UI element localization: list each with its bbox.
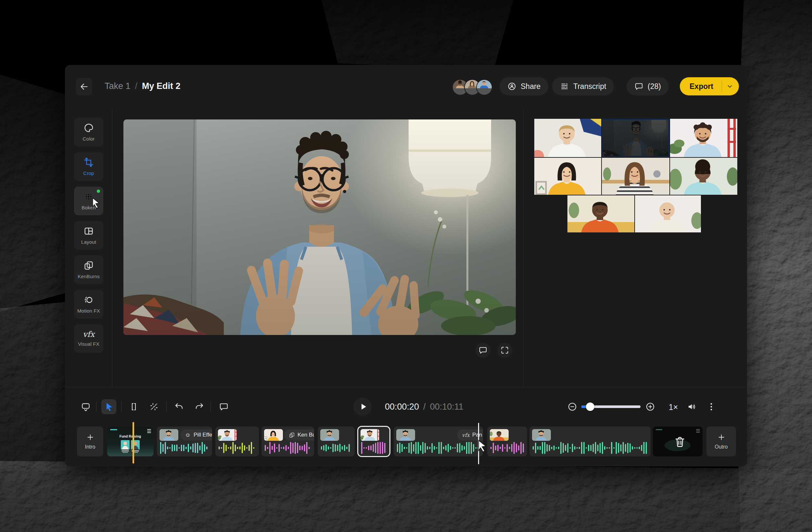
plus-icon	[717, 433, 726, 441]
timeline-clip-10[interactable]	[530, 427, 651, 456]
share-button[interactable]: Share	[499, 77, 548, 95]
comment-icon	[219, 402, 229, 412]
export-dropdown[interactable]	[722, 77, 739, 95]
redo-button[interactable]	[192, 399, 207, 414]
timeline-comment[interactable]	[216, 399, 231, 414]
timeline-clip-7[interactable]	[358, 427, 390, 456]
sidebar-tool-kenburns[interactable]: KenBurns	[74, 255, 103, 284]
detach-tool[interactable]	[146, 399, 161, 414]
sidebar-tool-crop[interactable]: Crop	[74, 152, 103, 181]
sidebar-tool-color[interactable]: Color	[74, 118, 103, 146]
play-button[interactable]	[353, 398, 372, 416]
sidebar-tool-visual-fx[interactable]: vfxVisual FX	[74, 324, 103, 353]
timeline-clip-deleted-card[interactable]	[653, 427, 702, 456]
playback-speed-button[interactable]: 1×	[665, 402, 681, 412]
participant-woman-yellow-tile[interactable]	[534, 158, 601, 195]
breadcrumb-separator: /	[135, 81, 138, 91]
preview-fullscreen-button[interactable]	[497, 343, 512, 358]
effect-badge[interactable]: Pill Effect	[180, 429, 212, 441]
preview-comment-button[interactable]	[476, 343, 491, 358]
play-icon	[358, 402, 368, 412]
speaker-icon	[687, 402, 697, 412]
clip-thumb-face	[320, 429, 339, 441]
select-tool[interactable]	[101, 399, 116, 414]
zoom-out-button[interactable]	[565, 399, 580, 414]
pointer-icon	[104, 402, 114, 412]
video-preview[interactable]	[124, 119, 516, 335]
effect-badge[interactable]: Ken Burns	[284, 429, 314, 441]
export-label-area[interactable]: Export	[680, 77, 722, 95]
participant-man-orange-tile[interactable]	[567, 195, 634, 232]
clip-thumb-face	[218, 429, 237, 441]
timeline-clip-5[interactable]: Ken Burns	[261, 427, 314, 456]
share-people-icon	[507, 82, 517, 91]
participant-bald-woman-tile[interactable]	[635, 195, 701, 232]
total-duration: 00:10:11	[430, 402, 464, 412]
clip-thumb-face	[361, 429, 379, 441]
effect-badge[interactable]: vfxPan Left	[457, 429, 483, 441]
left-panel-divider	[112, 109, 112, 387]
title-card-art: Fund Raising	[107, 427, 154, 456]
participant-active-speaker-tile[interactable]	[602, 119, 669, 157]
breadcrumb-project[interactable]: Take 1	[105, 81, 131, 91]
add-card-label: Outro	[714, 444, 727, 450]
clip-thumb-face	[532, 429, 551, 441]
share-label: Share	[521, 82, 540, 91]
back-button[interactable]	[76, 78, 92, 95]
timeline-display-options[interactable]	[78, 399, 93, 414]
tool-label: KenBurns	[78, 274, 99, 279]
audio-waveform	[490, 441, 524, 455]
timeline-clip-4[interactable]	[215, 427, 259, 456]
chevron-down-icon	[726, 83, 734, 90]
timeline-clip-3[interactable]: Pill Effect	[157, 427, 212, 456]
zoom-in-button[interactable]	[643, 399, 658, 414]
motionfx-icon	[84, 295, 94, 305]
clip-thumbnail	[532, 429, 551, 441]
participant-woman-blue-tile[interactable]	[670, 158, 737, 195]
effect-badge-label: Ken Burns	[298, 432, 314, 438]
video-editor-window: Take 1 / My Edit 2 Share Transcript	[65, 65, 747, 467]
detach-icon	[149, 402, 159, 412]
plus-icon	[86, 433, 95, 441]
audio-waveform	[532, 441, 648, 455]
kenburns-icon	[289, 432, 295, 438]
split-tool[interactable]	[126, 399, 141, 414]
add-intro-button[interactable]: Intro	[77, 427, 103, 456]
timeline-clip-6[interactable]	[318, 427, 355, 456]
undo-button[interactable]	[172, 399, 186, 414]
zoom-slider-thumb[interactable]	[586, 402, 594, 411]
participant-woman-striped-video	[602, 158, 669, 195]
participant-bearded-man-video	[670, 119, 737, 157]
vfx-badge-icon: vfx	[462, 432, 470, 438]
export-button[interactable]: Export	[680, 77, 739, 95]
timeline-playhead[interactable]	[132, 422, 134, 463]
page-title[interactable]: My Edit 2	[142, 81, 180, 91]
sidebar-tool-layout[interactable]: Layout	[74, 221, 103, 250]
participant-woman-striped-tile[interactable]	[602, 158, 669, 195]
time-separator: /	[423, 402, 426, 412]
volume-button[interactable]	[684, 399, 699, 414]
clip-thumbnail	[361, 429, 379, 441]
comments-button[interactable]: (28)	[626, 77, 669, 95]
clip-thumbnail	[396, 429, 415, 441]
participant-blond-man-tile[interactable]	[534, 119, 601, 157]
toolbar-divider	[96, 402, 97, 412]
transcript-button[interactable]: Transcript	[552, 77, 614, 95]
time-display: 00:00:20 / 00:10:11	[385, 402, 464, 412]
collaborator-avatar[interactable]	[476, 79, 492, 95]
tool-label: Layout	[81, 239, 96, 245]
tool-label: Color	[83, 136, 95, 142]
sidebar-tool-motion-fx[interactable]: Motion FX	[74, 290, 103, 319]
timeline-more-menu[interactable]	[704, 399, 719, 414]
add-outro-button[interactable]: Outro	[707, 427, 736, 456]
timeline-clip-title-card[interactable]: Fund Raising	[107, 427, 154, 456]
svg-text:Fund Raising: Fund Raising	[119, 434, 141, 438]
back-arrow-icon	[79, 82, 89, 91]
timeline-clip-9[interactable]	[487, 427, 527, 456]
participant-bearded-man-tile[interactable]	[670, 119, 737, 157]
collaborator-avatars[interactable]	[452, 79, 492, 95]
timeline-clip-8[interactable]: vfxPan Left	[394, 427, 483, 456]
split-icon	[129, 402, 139, 412]
participant-man-orange-video	[567, 195, 634, 232]
audio-waveform	[361, 441, 387, 455]
